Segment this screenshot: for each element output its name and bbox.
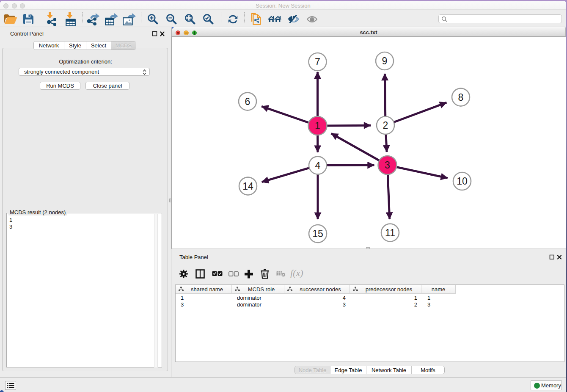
svg-text:15: 15 <box>312 228 323 239</box>
svg-text:14: 14 <box>242 181 253 192</box>
svg-text:1: 1 <box>315 120 320 131</box>
svg-text:7: 7 <box>315 56 320 67</box>
svg-text:8: 8 <box>458 92 464 103</box>
svg-text:2: 2 <box>383 120 388 131</box>
svg-text:9: 9 <box>382 55 388 66</box>
svg-text:10: 10 <box>457 176 468 187</box>
svg-text:3: 3 <box>385 160 390 171</box>
svg-text:11: 11 <box>385 227 395 238</box>
svg-text:6: 6 <box>245 96 250 107</box>
svg-text:4: 4 <box>315 160 321 171</box>
